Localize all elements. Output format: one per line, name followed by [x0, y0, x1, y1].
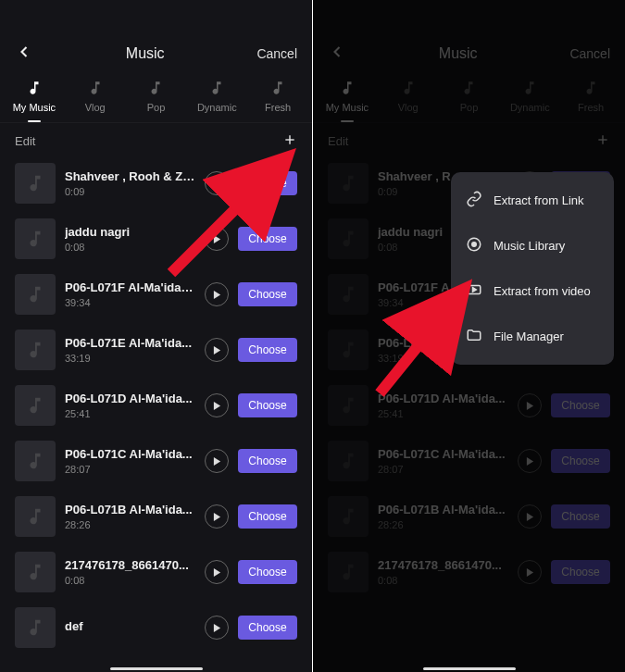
choose-button[interactable]: Choose: [238, 171, 297, 195]
choose-button[interactable]: Choose: [551, 504, 610, 529]
tab-my-music[interactable]: My Music: [4, 80, 65, 113]
track-duration: 33:19: [65, 353, 195, 364]
track-duration: 28:07: [378, 464, 508, 475]
svg-marker-10: [214, 624, 220, 632]
cancel-button[interactable]: Cancel: [256, 46, 297, 61]
cancel-button[interactable]: Cancel: [569, 46, 610, 61]
play-button[interactable]: [205, 560, 229, 584]
music-note-icon: [26, 80, 43, 98]
play-button[interactable]: [205, 616, 229, 640]
tab-pop[interactable]: Pop: [126, 80, 187, 113]
svg-marker-6: [214, 402, 220, 410]
music-note-icon: [208, 80, 225, 98]
choose-button[interactable]: Choose: [238, 227, 297, 251]
play-button[interactable]: [205, 171, 229, 195]
play-button[interactable]: [518, 560, 542, 584]
track-title: P06-L071B Al-Ma'ida...: [65, 503, 195, 516]
tab-label: Vlog: [398, 102, 419, 113]
track-row: P06-L071C Al-Ma'ida...28:07Choose: [0, 433, 312, 489]
popup-item-music-library[interactable]: Music Library: [451, 223, 614, 268]
play-button[interactable]: [518, 504, 542, 529]
choose-button[interactable]: Choose: [238, 560, 297, 584]
popup-item-extract-from-link[interactable]: Extract from Link: [451, 178, 614, 223]
track-duration: 0:09: [65, 186, 195, 197]
track-thumbnail: [15, 496, 56, 537]
track-duration: 28:07: [65, 464, 195, 475]
track-info: Shahveer , Rooh & Zai...0:09: [65, 169, 195, 197]
track-info: P06-L071C Al-Ma'ida...28:07: [65, 447, 195, 475]
choose-button[interactable]: Choose: [238, 282, 297, 306]
tab-dynamic[interactable]: Dynamic: [186, 80, 247, 113]
track-row: P06-L071D Al-Ma'ida...25:41Choose: [313, 378, 625, 433]
edit-button[interactable]: Edit: [15, 134, 35, 148]
track-duration: 39:34: [65, 297, 195, 308]
tab-vlog[interactable]: Vlog: [378, 80, 439, 113]
tab-my-music[interactable]: My Music: [317, 80, 378, 113]
track-info: jaddu nagri0:08: [65, 225, 195, 253]
tab-fresh[interactable]: Fresh: [560, 80, 621, 113]
track-thumbnail: [15, 330, 56, 370]
tab-pop[interactable]: Pop: [439, 80, 500, 113]
track-title: P06-L071C Al-Ma'ida...: [378, 447, 508, 461]
track-duration: 25:41: [378, 408, 508, 419]
svg-marker-9: [214, 568, 220, 577]
tab-label: My Music: [13, 102, 56, 113]
track-thumbnail: [328, 330, 369, 370]
play-button[interactable]: [205, 504, 229, 529]
tab-dynamic[interactable]: Dynamic: [499, 80, 560, 113]
choose-button[interactable]: Choose: [238, 449, 297, 473]
popup-item-file-manager[interactable]: File Manager: [451, 314, 614, 359]
choose-button[interactable]: Choose: [238, 393, 297, 417]
choose-button[interactable]: Choose: [551, 560, 610, 584]
play-button[interactable]: [205, 393, 229, 417]
track-title: P06-L071D Al-Ma'ida...: [65, 392, 195, 405]
add-icon[interactable]: [282, 132, 297, 150]
svg-marker-5: [214, 346, 220, 355]
choose-button[interactable]: Choose: [551, 393, 610, 417]
play-button[interactable]: [205, 338, 229, 362]
category-tabs: My MusicVlogPopDynamicFresh: [313, 74, 625, 123]
choose-button[interactable]: Choose: [238, 338, 297, 362]
add-icon[interactable]: [595, 132, 610, 150]
choose-button[interactable]: Choose: [238, 504, 297, 529]
popup-item-label: Extract from Link: [494, 193, 584, 207]
music-note-icon: [339, 80, 356, 98]
track-row: P06-L071B Al-Ma'ida...28:26Choose: [0, 489, 312, 544]
track-info: P06-L071B Al-Ma'ida...28:26: [65, 503, 195, 530]
play-button[interactable]: [205, 282, 229, 306]
track-info: 217476178_8661470...0:08: [65, 558, 195, 586]
choose-button[interactable]: Choose: [551, 449, 610, 473]
header: Music Cancel: [0, 33, 312, 74]
play-button[interactable]: [205, 449, 229, 473]
edit-button[interactable]: Edit: [328, 134, 348, 148]
play-button[interactable]: [205, 227, 229, 251]
play-button[interactable]: [518, 449, 542, 473]
track-title: P06-L071C Al-Ma'ida...: [65, 447, 195, 461]
tab-label: Fresh: [265, 102, 291, 113]
link-icon: [466, 191, 482, 210]
tab-vlog[interactable]: Vlog: [65, 80, 126, 113]
svg-marker-24: [473, 288, 477, 292]
popup-item-extract-from-video[interactable]: Extract from video: [451, 268, 614, 314]
tab-label: Vlog: [85, 102, 106, 113]
track-thumbnail: [15, 607, 56, 648]
track-row: defChoose: [0, 600, 312, 655]
back-icon[interactable]: [15, 43, 33, 65]
track-thumbnail: [328, 274, 369, 315]
play-button[interactable]: [518, 393, 542, 417]
track-row: P06-L071E Al-Ma'ida...33:19Choose: [0, 322, 312, 378]
music-note-icon: [582, 80, 599, 98]
track-info: P06-L071B Al-Ma'ida...28:26: [378, 503, 508, 530]
track-info: P06-L071F Al-Ma'idah...39:34: [65, 280, 195, 308]
svg-marker-19: [527, 513, 533, 521]
music-note-icon: [400, 80, 417, 98]
tab-fresh[interactable]: Fresh: [247, 80, 308, 113]
home-indicator: [110, 667, 203, 670]
music-note-icon: [87, 80, 104, 98]
track-title: P06-L071D Al-Ma'ida...: [378, 392, 508, 405]
track-info: P06-L071E Al-Ma'ida...33:19: [65, 336, 195, 364]
back-icon[interactable]: [328, 43, 346, 65]
choose-button[interactable]: Choose: [238, 616, 297, 640]
page-title: Music: [439, 45, 478, 62]
page-title: Music: [126, 45, 165, 62]
